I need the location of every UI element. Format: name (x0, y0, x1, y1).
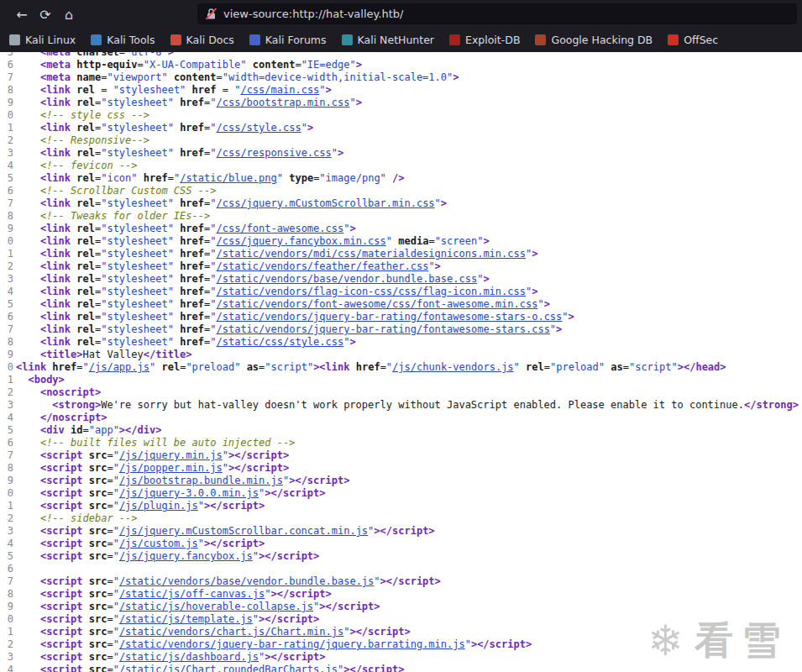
attribute-value: " (113, 462, 119, 474)
attribute-name: href (52, 361, 76, 373)
bookmark-kali-tools[interactable]: Kali Tools (83, 31, 162, 49)
home-button[interactable]: ⌂ (57, 3, 81, 25)
url-bar[interactable]: view-source:http://hat-valley.htb/ (197, 3, 797, 24)
source-link[interactable]: /static/js/hoverable-collapse.js (119, 601, 313, 612)
source-link[interactable]: /static/vendors/feather/feather.css (217, 260, 429, 272)
source-link[interactable]: /js/app.js (89, 361, 149, 373)
source-link[interactable]: /static/vendors/font-awesome/css/font-aw… (217, 298, 538, 310)
source-link[interactable]: /js/custom.js (119, 538, 198, 549)
tag: <script (40, 462, 83, 474)
back-button[interactable]: ← (10, 3, 34, 25)
source-link[interactable]: /static/css/style.css (217, 336, 344, 348)
bookmark-kali-docs[interactable]: Kali Docs (163, 31, 242, 49)
attribute-value: " (113, 550, 119, 562)
attribute-value: " (113, 500, 119, 512)
tag: <link (40, 336, 71, 348)
source-link[interactable]: /static/blue.png (180, 172, 277, 184)
source-link[interactable]: /css/font-awesome.css (217, 223, 344, 234)
line-number: 44 (7, 538, 13, 550)
line-number: 46 (7, 563, 13, 575)
source-link[interactable]: /css/responsive.css (217, 147, 332, 159)
source-line: 15 <link rel="icon" href="/static/blue.p… (0, 172, 802, 185)
source-link[interactable]: /static/vendors/base/vendor.bundle.base.… (217, 273, 478, 285)
source-link[interactable]: /js/jquery.fancybox.js (119, 550, 253, 562)
text: = (107, 613, 113, 625)
attribute-value: " (113, 575, 119, 587)
bookmark-exploit-db[interactable]: Exploit-DB (442, 31, 527, 49)
text (82, 475, 88, 486)
tag: <script (40, 538, 83, 549)
attribute-value: " (265, 588, 270, 600)
source-link[interactable]: /static/js/dashboard.js (119, 651, 259, 663)
bookmark-offsec[interactable]: OffSec (660, 31, 726, 49)
source-link[interactable]: /js/plugin.js (119, 500, 198, 512)
attribute-value: " (253, 613, 259, 625)
source-line: 19 <link rel="stylesheet" href="/css/fon… (0, 223, 802, 235)
bookmark-label: Kali Docs (186, 34, 234, 46)
attribute-value: " (113, 487, 119, 499)
source-link[interactable]: /static/vendors/chart.js/Chart.min.js (119, 626, 343, 638)
text: = (95, 84, 113, 96)
text (82, 487, 88, 499)
tag: > (349, 223, 355, 234)
source-link[interactable]: /css/jquery.mCustomScrollbar.min.css (217, 197, 435, 209)
source-link[interactable]: /js/jquery-3.0.0.min.js (119, 487, 259, 499)
source-link[interactable]: /js/jquery.mCustomScrollbar.concat.min.j… (119, 525, 368, 537)
attribute-name: rel (76, 286, 95, 297)
attribute-name: href (180, 223, 204, 234)
text (16, 626, 40, 638)
source-line: 5 <meta charset="utf-8"> (0, 52, 802, 59)
source-line-code: <!-- built files will be auto injected -… (16, 437, 295, 449)
source-link[interactable]: /static/vendors/jquery-bar-rating/jquery… (119, 638, 465, 650)
attribute-name: content (253, 59, 296, 71)
line-number: 41 (7, 500, 13, 512)
text (16, 273, 40, 285)
text (16, 210, 40, 222)
tag: <link (16, 361, 46, 373)
line-number: 5 (7, 52, 13, 59)
text (16, 286, 40, 297)
source-line-code: <script src="/static/vendors/chart.js/Ch… (16, 626, 411, 638)
tag: ></script> (343, 664, 404, 672)
source-link[interactable]: /static/js/Chart.roundedBarCharts.js (119, 664, 338, 672)
bookmark-kali-forums[interactable]: Kali Forums (242, 31, 334, 49)
tag: > (356, 59, 362, 71)
comment: <!-- style css --> (40, 109, 149, 121)
reload-button[interactable]: ⟳ (34, 3, 57, 25)
text (82, 500, 88, 512)
bookmark-google-hacking-db[interactable]: Google Hacking DB (527, 31, 660, 49)
attribute-value: "preload" (550, 361, 605, 373)
home-icon: ⌂ (65, 7, 73, 23)
source-line-code: <link rel = "stylesheet" href = "/css/ma… (16, 84, 332, 97)
source-link[interactable]: /static/vendors/mdi/css/materialdesignic… (217, 248, 526, 260)
source-link[interactable]: /static/vendors/base/vendor.bundle.base.… (119, 575, 374, 587)
text (16, 134, 40, 146)
bookmark-kali-linux[interactable]: Kali Linux (2, 31, 83, 49)
source-link[interactable]: /static/vendors/jquery-bar-rating/fontaw… (217, 311, 563, 323)
attribute-value: "stylesheet" (101, 248, 174, 260)
text (16, 462, 40, 474)
line-number: 31 (7, 374, 13, 386)
text: = (380, 361, 386, 373)
tag: <noscript> (40, 386, 101, 398)
source-link[interactable]: /static/js/off-canvas.js (119, 588, 265, 600)
tag: <link (40, 248, 71, 260)
bookmark-kali-nethunter[interactable]: Kali NetHunter (334, 31, 442, 49)
source-link[interactable]: /css/style.css (217, 122, 301, 134)
text: = (544, 361, 550, 373)
attribute-value: " (349, 97, 355, 108)
text (82, 538, 88, 549)
tag: <link (40, 84, 71, 96)
source-link[interactable]: /js/popper.min.js (119, 462, 223, 474)
source-link[interactable]: /js/bootstrap.bundle.min.js (119, 475, 283, 486)
source-line: 37 <script src="/js/jquery.min.js"></scr… (0, 449, 802, 462)
source-link[interactable]: /css/bootstrap.min.css (217, 97, 350, 108)
source-link[interactable]: /static/vendors/flag-icon-css/css/flag-i… (217, 286, 526, 297)
source-link[interactable]: /static/vendors/jquery-bar-rating/fontaw… (217, 323, 550, 335)
source-link[interactable]: /js/chunk-vendors.js (392, 361, 514, 373)
source-link[interactable]: /css/main.css (240, 84, 319, 96)
source-link[interactable]: /js/jquery.min.js (119, 449, 223, 461)
source-link[interactable]: /css/jquery.fancybox.min.css (217, 235, 386, 247)
tag: > (307, 122, 313, 134)
source-link[interactable]: /static/js/template.js (119, 613, 253, 625)
